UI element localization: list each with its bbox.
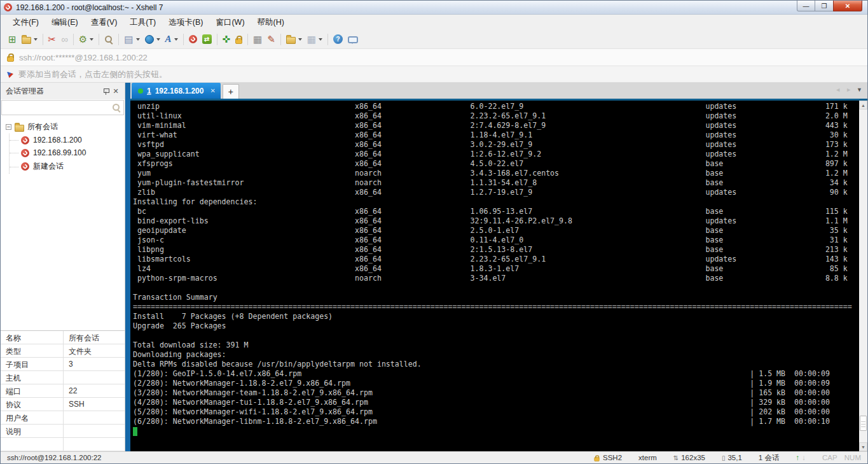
session-item[interactable]: 新建会话 [10, 159, 125, 174]
scrollbar-thumb[interactable] [860, 416, 867, 431]
scroll-top-icon[interactable]: ↑ [796, 454, 799, 461]
session-icon [21, 162, 29, 171]
session-properties-button[interactable]: ⚙ [76, 32, 96, 47]
session-item[interactable]: 192.168.99.100 [10, 146, 125, 159]
session-search-box[interactable] [1, 100, 124, 115]
chevron-down-icon [156, 38, 160, 41]
terminal-scrollbar[interactable]: ▲ ▼ [859, 101, 867, 451]
session-tree: − 所有会话 192.168.1.200192.168.99.100新建会话 [1, 116, 125, 330]
address-bar[interactable]: ssh://root:******@192.168.1.200:22 [1, 49, 867, 66]
font-button[interactable]: A [163, 32, 181, 47]
tile-icon: ▦ [307, 34, 316, 44]
tile-windows-button[interactable]: ▦ [305, 32, 325, 47]
menu-item[interactable]: 窗口(W) [210, 15, 250, 30]
properties-table: 名称所有会话类型文件夹子项目3主机端口22协议SSH用户名说明 [1, 330, 125, 451]
session-label: 192.168.1.200 [33, 136, 82, 144]
layout-button[interactable]: ▤ [121, 32, 142, 47]
tree-root-all-sessions[interactable]: − 所有会话 [1, 120, 125, 134]
property-row[interactable]: 用户名 [1, 411, 125, 425]
xshell-icon [189, 35, 197, 43]
pin-button[interactable] [100, 86, 111, 96]
title-bar[interactable]: 192.168.1.200 - root@localhost:~ - Xshel… [1, 1, 867, 15]
cursor-position-icon: ▯ [722, 454, 726, 461]
search-icon [104, 35, 113, 44]
status-keylocks: CAP NUM [822, 454, 861, 461]
status-session-count[interactable]: 1 会话 [759, 453, 780, 463]
new-session-icon: ⊞ [8, 34, 17, 44]
property-row[interactable]: 协议SSH [1, 398, 125, 411]
caps-lock-label: CAP [822, 454, 837, 461]
xftp-button[interactable]: ⇄ [200, 32, 214, 47]
address-text: ssh://root:******@192.168.1.200:22 [19, 53, 148, 62]
minimize-button[interactable]: — [797, 1, 815, 11]
disconnect-button[interactable]: ✂ [46, 32, 59, 47]
chevron-down-icon [90, 38, 93, 41]
encoding-button[interactable] [142, 32, 163, 47]
property-value: 文件夹 [64, 344, 125, 357]
help-button[interactable]: ? [331, 32, 345, 47]
app-logo-icon [4, 3, 12, 11]
close-button[interactable]: ✕ [833, 1, 862, 11]
scroll-up-icon[interactable]: ▲ [859, 101, 867, 109]
feedback-button[interactable] [345, 32, 361, 47]
scroll-down-icon[interactable]: ▼ [859, 442, 867, 451]
chat-bubble-icon [348, 36, 358, 43]
info-bar: 要添加当前会话，点击左侧的箭头按钮。 [1, 66, 867, 83]
menu-item[interactable]: 编辑(E) [46, 15, 84, 30]
new-file-icon [286, 37, 296, 44]
globe-icon [145, 35, 154, 44]
property-label: 用户名 [1, 411, 64, 424]
tab-bar: 1 192.168.1.200 ✕ + ◄ ► ▼ [130, 83, 867, 101]
status-term-type[interactable]: xterm [638, 454, 657, 461]
find-button[interactable] [102, 32, 116, 47]
menu-item[interactable]: 选项卡(B) [163, 15, 209, 30]
property-row[interactable]: 主机 [1, 371, 125, 384]
open-session-button[interactable] [19, 32, 40, 47]
session-search-input[interactable] [4, 103, 112, 112]
connected-dot-icon [138, 88, 143, 94]
reconnect-button[interactable]: ∞ [59, 32, 71, 47]
virtual-keyboard-button[interactable]: ▦ [251, 32, 265, 47]
tab-192-168-1-200[interactable]: 1 192.168.1.200 ✕ [132, 83, 221, 99]
terminal[interactable]: unzip x86_64 6.0-22.el7_9 updates 171 k … [130, 101, 859, 451]
property-row[interactable]: 说明 [1, 425, 125, 438]
disconnect-icon: ✂ [48, 34, 57, 44]
new-tab-button[interactable]: + [223, 84, 239, 99]
chevron-down-icon [298, 38, 302, 41]
menu-item[interactable]: 工具(T) [124, 15, 162, 30]
property-row[interactable]: 子项目3 [1, 358, 125, 371]
property-value: 所有会话 [64, 331, 125, 344]
xshell-window: 192.168.1.200 - root@localhost:~ - Xshel… [0, 0, 868, 464]
tab-scroll-right-icon[interactable]: ► [846, 87, 851, 93]
tab-list-dropdown-icon[interactable]: ▼ [857, 87, 862, 93]
tab-label: 192.168.1.200 [155, 87, 204, 95]
property-value: SSH [64, 398, 125, 411]
lock-icon [7, 56, 14, 62]
scroll-bottom-icon[interactable]: ↓ [802, 454, 806, 461]
terminal-output: unzip x86_64 6.0-22.el7_9 updates 171 k … [133, 102, 859, 426]
resize-icon: ⇅ [673, 454, 679, 461]
collapse-icon[interactable]: − [6, 124, 11, 130]
restore-button[interactable]: ❐ [815, 1, 833, 11]
toolbar: ⊞ ✂ ∞ ⚙ ▤ A ⇄ ✜ ▦ ✎ ▦ ? [1, 30, 867, 49]
lock-screen-button[interactable] [233, 32, 245, 47]
compose-button[interactable]: ✎ [265, 32, 278, 47]
menu-item[interactable]: 文件(F) [7, 15, 45, 30]
property-label: 协议 [1, 398, 64, 411]
session-item[interactable]: 192.168.1.200 [10, 134, 125, 146]
menu-item[interactable]: 帮助(H) [252, 15, 290, 30]
property-row[interactable]: 名称所有会话 [1, 331, 125, 344]
property-row[interactable]: 类型文件夹 [1, 344, 125, 358]
fullscreen-button[interactable]: ✜ [220, 32, 233, 47]
panel-close-button[interactable]: ✕ [111, 86, 121, 96]
xshell-button[interactable] [186, 32, 200, 47]
tab-scroll-left-icon[interactable]: ◄ [835, 87, 841, 93]
scrollbar-track[interactable] [859, 109, 867, 442]
new-session-button[interactable]: ⊞ [6, 32, 19, 47]
property-row[interactable]: 端口22 [1, 384, 125, 398]
new-file-button[interactable] [284, 32, 305, 47]
menu-item[interactable]: 查看(V) [85, 15, 123, 30]
property-label: 主机 [1, 371, 64, 384]
tab-close-icon[interactable]: ✕ [210, 87, 215, 94]
property-row[interactable] [1, 438, 125, 451]
